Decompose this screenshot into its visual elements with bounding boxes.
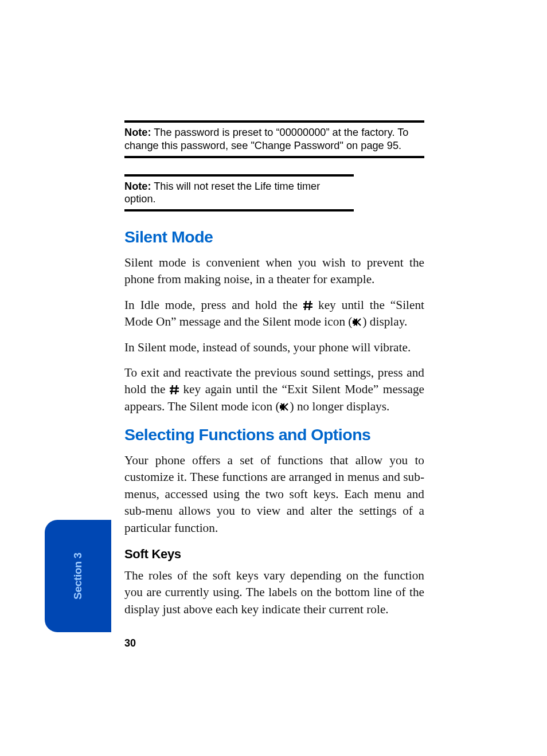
content-column: Note: The password is preset to “0000000… [124,120,424,626]
heading-soft-keys: Soft Keys [124,547,424,562]
selecting-p1: Your phone offers a set of functions tha… [124,452,424,536]
note-block-2: Note: This will not reset the Life time … [124,174,354,212]
silent-p2a: In Idle mode, press and hold the [124,298,303,312]
selecting-p2: The roles of the soft keys vary dependin… [124,567,424,618]
silent-p1: Silent mode is convenient when you wish … [124,254,424,288]
pound-key-icon [303,301,312,310]
mute-speaker-icon [352,318,362,327]
mute-speaker-icon [279,402,290,412]
note-label: Note: [124,127,151,138]
page: Note: The password is preset to “0000000… [0,0,547,756]
silent-p4c: ) no longer displays. [290,399,389,413]
silent-p2: In Idle mode, press and hold the key unt… [124,297,424,331]
note-text-2: This will not reset the Life time timer … [124,181,320,205]
heading-silent-mode: Silent Mode [124,228,424,246]
silent-p4: To exit and reactivate the previous soun… [124,365,424,415]
heading-selecting-functions: Selecting Functions and Options [124,425,424,444]
svg-line-7 [175,386,177,394]
section-tab: Section 3 [45,520,111,632]
svg-line-6 [171,386,173,394]
svg-line-1 [309,301,310,310]
note-label: Note: [124,181,151,192]
pound-key-icon [170,385,179,394]
silent-p3: In Silent mode, instead of sounds, your … [124,339,424,356]
silent-p2c: ) display. [362,315,407,328]
svg-line-0 [305,301,306,310]
note-text-1: The password is preset to “00000000” at … [124,127,408,151]
note-block-1: Note: The password is preset to “0000000… [124,120,424,158]
section-tab-label: Section 3 [72,553,84,600]
page-number: 30 [124,637,136,649]
